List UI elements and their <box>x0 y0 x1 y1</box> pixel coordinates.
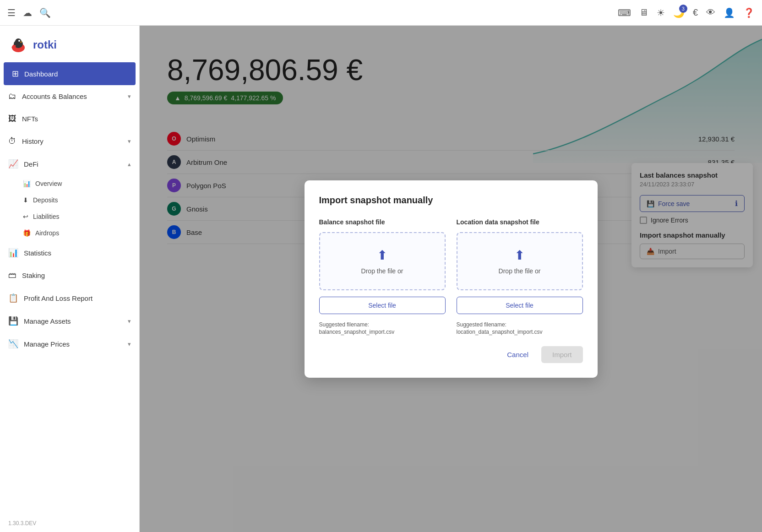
overview-label: Overview <box>35 180 62 187</box>
sidebar: rotki ⊞ Dashboard 🗂 Accounts & Balances … <box>0 26 140 532</box>
svg-point-2 <box>15 38 22 45</box>
location-drop-zone[interactable]: ⬆ Drop the file or <box>457 232 583 290</box>
sidebar-item-manage-prices[interactable]: 📉 Manage Prices ▾ <box>0 332 139 355</box>
sidebar-item-defi[interactable]: 📈 DeFi ▴ <box>0 152 139 175</box>
airdrops-icon: 🎁 <box>23 229 31 237</box>
location-drop-text: Drop the file or <box>499 267 541 275</box>
cloud-icon[interactable]: ☁ <box>23 7 32 18</box>
sidebar-sub-deposits[interactable]: ⬇ Deposits <box>23 192 139 208</box>
sidebar-sub-airdrops[interactable]: 🎁 Airdrops <box>23 225 139 241</box>
location-suggested: Suggested filename: location_data_snapsh… <box>457 321 583 335</box>
app-version: 1.30.3.DEV <box>0 515 139 532</box>
nfts-icon: 🖼 <box>8 114 16 124</box>
sidebar-item-staking[interactable]: 🗃 Staking <box>0 264 139 287</box>
modal-actions: Cancel Import <box>319 346 583 363</box>
sidebar-item-history[interactable]: ⏱ History ▾ <box>0 130 139 152</box>
chevron-defi: ▴ <box>128 161 131 168</box>
deposits-icon: ⬇ <box>23 196 28 204</box>
balance-drop-zone[interactable]: ⬆ Drop the file or <box>319 232 446 290</box>
sidebar-label-defi: DeFi <box>24 160 38 168</box>
sidebar-label-staking: Staking <box>22 271 45 279</box>
sidebar-item-statistics[interactable]: 📊 Statistics <box>0 241 139 264</box>
person-icon[interactable]: 👤 <box>724 7 735 18</box>
chevron-history: ▾ <box>128 138 131 145</box>
help-icon[interactable]: ❓ <box>743 7 755 18</box>
modal-overlay: Import snapshot manually Balance snapsho… <box>140 26 762 532</box>
liabilities-icon: ↩ <box>23 213 28 220</box>
overview-icon: 📊 <box>23 180 31 187</box>
code-icon[interactable]: ⌨ <box>618 7 631 18</box>
cancel-button[interactable]: Cancel <box>500 347 536 362</box>
location-col: Location data snapshot file ⬆ Drop the f… <box>457 218 583 335</box>
chevron-accounts: ▾ <box>128 93 131 100</box>
accounts-icon: 🗂 <box>8 92 16 101</box>
topbar-left: ☰ ☁ 🔍 <box>7 7 51 18</box>
balance-col: Balance snapshot file ⬆ Drop the file or… <box>319 218 446 335</box>
topbar: ☰ ☁ 🔍 ⌨ 🖥 ☀ 🌙 3 € 👁 👤 ❓ <box>0 0 762 26</box>
history-icon: ⏱ <box>8 136 16 146</box>
sidebar-item-accounts-balances[interactable]: 🗂 Accounts & Balances ▾ <box>0 85 139 108</box>
balance-drop-text: Drop the file or <box>361 267 403 275</box>
app-name: rotki <box>33 38 57 51</box>
main-layout: rotki ⊞ Dashboard 🗂 Accounts & Balances … <box>0 26 762 532</box>
sidebar-label-manage-assets: Manage Assets <box>24 317 71 325</box>
location-col-title: Location data snapshot file <box>457 218 583 226</box>
sidebar-item-nfts[interactable]: 🖼 NFTs <box>0 108 139 130</box>
modal-title: Import snapshot manually <box>319 195 583 206</box>
upload-icon-location: ⬆ <box>514 248 525 263</box>
svg-point-3 <box>18 40 20 42</box>
sidebar-item-profit-loss[interactable]: 📋 Profit And Loss Report <box>0 287 139 309</box>
topbar-right: ⌨ 🖥 ☀ 🌙 3 € 👁 👤 ❓ <box>618 7 755 18</box>
liabilities-label: Liabilities <box>33 213 60 220</box>
sidebar-label-profit-loss: Profit And Loss Report <box>24 294 93 302</box>
sun-icon[interactable]: ☀ <box>657 7 665 18</box>
upload-icon-balance: ⬆ <box>377 248 387 263</box>
sidebar-label-dashboard: Dashboard <box>24 70 58 78</box>
import-snapshot-modal: Import snapshot manually Balance snapsho… <box>305 180 598 378</box>
sidebar-sub-overview[interactable]: 📊 Overview <box>23 175 139 192</box>
statistics-icon: 📊 <box>8 248 18 258</box>
notification-bell[interactable]: 🌙 3 <box>673 7 685 18</box>
notification-count: 3 <box>679 5 687 13</box>
dashboard-background: 8,769,806.59 € ▲ 8,769,596.69 € 4,177,92… <box>140 26 762 532</box>
sidebar-item-manage-assets[interactable]: 💾 Manage Assets ▾ <box>0 309 139 332</box>
sidebar-label-history: History <box>22 137 44 145</box>
balance-col-title: Balance snapshot file <box>319 218 446 226</box>
sidebar-label-accounts: Accounts & Balances <box>22 92 87 100</box>
balance-suggested: Suggested filename: balances_snapshot_im… <box>319 321 446 335</box>
deposits-label: Deposits <box>33 196 58 204</box>
sidebar-sub-liabilities[interactable]: ↩ Liabilities <box>23 208 139 225</box>
import-button[interactable]: Import <box>541 346 583 363</box>
manage-assets-icon: 💾 <box>8 316 18 326</box>
content-area: 8,769,806.59 € ▲ 8,769,596.69 € 4,177,92… <box>140 26 762 532</box>
select-file-balance-button[interactable]: Select file <box>319 297 446 314</box>
sidebar-label-nfts: NFTs <box>22 115 38 123</box>
defi-submenu: 📊 Overview ⬇ Deposits ↩ Liabilities 🎁 Ai… <box>0 175 139 241</box>
modal-columns: Balance snapshot file ⬆ Drop the file or… <box>319 218 583 335</box>
menu-icon[interactable]: ☰ <box>7 7 16 18</box>
logo-svg <box>8 35 28 55</box>
defi-icon: 📈 <box>8 159 18 169</box>
manage-prices-icon: 📉 <box>8 339 18 349</box>
airdrops-label: Airdrops <box>35 229 59 237</box>
sidebar-label-manage-prices: Manage Prices <box>24 340 70 348</box>
select-file-location-button[interactable]: Select file <box>457 297 583 314</box>
sidebar-label-statistics: Statistics <box>24 249 51 257</box>
sidebar-item-dashboard[interactable]: ⊞ Dashboard <box>4 62 136 85</box>
eye-icon[interactable]: 👁 <box>706 7 715 18</box>
staking-icon: 🗃 <box>8 271 16 280</box>
sidebar-logo: rotki <box>0 26 139 62</box>
chevron-manage-prices: ▾ <box>128 341 131 347</box>
profit-loss-icon: 📋 <box>8 293 18 303</box>
dashboard-icon: ⊞ <box>12 69 19 79</box>
search-icon[interactable]: 🔍 <box>39 7 51 18</box>
euro-icon[interactable]: € <box>693 7 698 18</box>
chevron-manage-assets: ▾ <box>128 318 131 325</box>
browser-icon[interactable]: 🖥 <box>639 7 648 18</box>
logo-image <box>8 35 28 55</box>
